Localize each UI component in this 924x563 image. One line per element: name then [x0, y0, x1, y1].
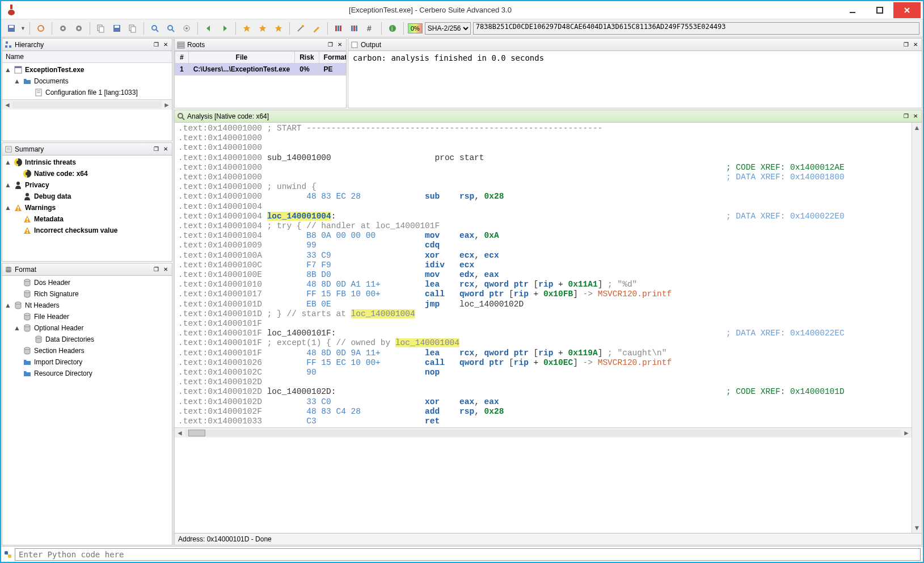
db-icon [23, 278, 32, 287]
panel-float-icon[interactable]: ❐ [152, 266, 160, 274]
tree-item-label: Section Headers [34, 347, 85, 355]
tree-item[interactable]: ▲Intrinsic threats [2, 157, 172, 168]
output-text[interactable]: carbon: analysis finished in 0.0 seconds [348, 51, 922, 108]
tree-item-label: Nt Headers [25, 301, 60, 309]
roots-col-format[interactable]: Format [319, 52, 346, 64]
tree-item-label: Privacy [25, 181, 49, 189]
copy-icon[interactable] [94, 22, 108, 35]
tree-item[interactable]: Incorrect checksum value [2, 225, 172, 236]
warn-icon [14, 203, 23, 212]
panel-close-icon[interactable]: ✕ [162, 266, 170, 274]
panel-close-icon[interactable]: ✕ [162, 41, 170, 49]
analysis-hscrollbar[interactable]: ◄► [175, 427, 912, 438]
tree-item[interactable]: Import Directory [2, 356, 172, 368]
svg-point-1 [8, 10, 15, 15]
folder-icon [23, 358, 32, 367]
panel-float-icon[interactable]: ❐ [152, 41, 160, 49]
refresh-icon[interactable] [34, 22, 48, 35]
roots-table[interactable]: # File Risk Format 1 C:\Users\...\Except… [175, 51, 346, 75]
db-icon [23, 346, 32, 355]
star-icon[interactable] [240, 22, 254, 35]
svg-rect-12 [99, 27, 104, 32]
disassembly-view[interactable]: .text:0x140001000 ; START --------------… [175, 123, 912, 427]
tree-item-label: Configuration file 1 [lang:1033] [45, 89, 138, 96]
tree-item[interactable]: Data Directories [2, 334, 172, 345]
target-icon[interactable] [180, 22, 193, 35]
tree-item[interactable]: ▲Privacy [2, 179, 172, 191]
tree-item[interactable]: Section Headers [2, 345, 172, 356]
svg-rect-75 [178, 44, 184, 46]
roots-col-risk[interactable]: Risk [295, 52, 319, 64]
roots-row[interactable]: 1 C:\Users\...\ExceptionTest.exe 0% PE [175, 64, 347, 75]
tree-item[interactable]: ▲Warnings [2, 202, 172, 213]
tree-item[interactable]: Rich Signature [2, 288, 172, 300]
panel-close-icon[interactable]: ✕ [162, 145, 170, 153]
tree-item[interactable]: ▲ExceptionTest.exe [2, 64, 172, 75]
analysis-status: Address: 0x14000101D - Done [175, 533, 922, 545]
bars1-icon[interactable] [332, 22, 345, 35]
gear2-icon[interactable] [72, 22, 86, 35]
tree-item[interactable]: ▲Optional Header [2, 322, 172, 334]
hash-algo-select[interactable]: SHA-2/256 [425, 22, 471, 35]
summary-panel: Summary ❐ ✕ ▲Intrinsic threatsNative cod… [2, 142, 172, 262]
star-add-icon[interactable] [256, 22, 269, 35]
svg-point-49 [16, 182, 20, 185]
panel-close-icon[interactable]: ✕ [912, 41, 919, 49]
tree-item[interactable]: ▲Nt Headers [2, 300, 172, 311]
tree-item[interactable]: ▲Documents [2, 75, 172, 87]
warn-icon [23, 226, 32, 235]
tree-item[interactable]: Metadata [2, 213, 172, 225]
tree-item-label: Resource Directory [34, 369, 92, 377]
python-input[interactable] [15, 548, 921, 561]
save2-icon[interactable] [110, 22, 124, 35]
copy2-icon[interactable] [126, 22, 140, 35]
tree-item[interactable]: Resource Directory [2, 368, 172, 379]
bars2-icon[interactable] [348, 22, 361, 35]
panel-close-icon[interactable]: ✕ [912, 112, 919, 120]
analysis-vscrollbar[interactable]: ▲▼ [912, 123, 922, 533]
save-icon[interactable] [5, 22, 18, 35]
panel-float-icon[interactable]: ❐ [152, 145, 160, 153]
svg-rect-76 [178, 47, 184, 48]
zoom-out-icon[interactable] [164, 22, 178, 35]
roots-col-file[interactable]: File [188, 52, 295, 64]
zoom-in-icon[interactable] [148, 22, 162, 35]
tree-item[interactable]: File Header [2, 311, 172, 322]
tree-item[interactable]: Dos Header [2, 277, 172, 288]
tree-item-label: Incorrect checksum value [34, 226, 117, 234]
svg-text:#: # [367, 24, 372, 33]
panel-float-icon[interactable]: ❐ [326, 41, 334, 49]
hash-icon[interactable]: # [364, 22, 377, 35]
window-title: [ExceptionTest.exe] - Cerbero Suite Adva… [22, 6, 839, 14]
svg-point-63 [24, 291, 30, 293]
maximize-button[interactable] [866, 2, 893, 18]
svg-point-10 [78, 27, 80, 30]
info-icon[interactable]: i [386, 22, 399, 35]
privacy-icon [14, 180, 23, 190]
summary-icon [5, 145, 12, 153]
hierarchy-column-header[interactable]: Name [2, 51, 172, 63]
tree-item-label: Warnings [25, 204, 56, 212]
folder-icon [23, 77, 32, 86]
close-button[interactable] [893, 2, 921, 18]
tree-item[interactable]: Debug data [2, 191, 172, 202]
gear-icon[interactable] [56, 22, 70, 35]
pencil-icon[interactable] [310, 22, 323, 35]
panel-float-icon[interactable]: ❐ [902, 112, 910, 120]
db-icon [14, 301, 23, 310]
db-icon [23, 312, 32, 321]
minimize-button[interactable] [839, 2, 866, 18]
roots-col-num[interactable]: # [175, 52, 189, 64]
svg-point-48 [26, 172, 29, 175]
svg-point-22 [185, 27, 188, 30]
tree-item[interactable]: Configuration file 1 [lang:1033] [2, 87, 172, 98]
tree-item[interactable]: Native code: x64 [2, 168, 172, 179]
back-icon[interactable] [202, 22, 216, 35]
panel-close-icon[interactable]: ✕ [336, 41, 344, 49]
hash-value[interactable]: 7838B251CD0CDE106297D48CAE6404D1A3D615C8… [473, 22, 919, 35]
star-remove-icon[interactable] [272, 22, 285, 35]
hierarchy-scrollbar[interactable]: ◄► [2, 99, 172, 110]
wand-icon[interactable] [294, 22, 307, 35]
panel-float-icon[interactable]: ❐ [902, 41, 910, 49]
forward-icon[interactable] [218, 22, 231, 35]
